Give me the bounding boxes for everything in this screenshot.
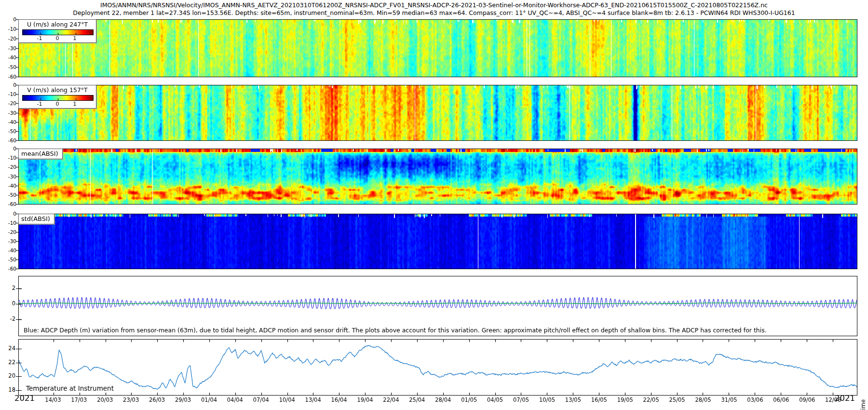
- u-colorbar: [22, 29, 94, 35]
- depth-tick-label: 0: [0, 16, 16, 22]
- depth-tick-label: -30: [0, 45, 16, 51]
- absi-mean-heatmap: [19, 149, 857, 204]
- depth-tick-mark: [16, 131, 18, 132]
- v-colorbar-tick-neg1: -1: [37, 101, 42, 107]
- depth-tick-mark: [16, 269, 18, 269]
- depth-tick-label: -30: [0, 238, 16, 244]
- u-colorbar-tick-0: 0: [56, 35, 59, 41]
- temperature-lineplot: [19, 340, 857, 395]
- depth-tick-mark: [16, 48, 18, 49]
- depth-tick-label: -20: [0, 164, 16, 170]
- depth-tick-mark: [16, 140, 18, 141]
- v-velocity-heatmap: [19, 85, 857, 140]
- depth-tick-label: -10: [0, 91, 16, 97]
- u-colorbar-tick-neg1: -1: [37, 35, 42, 41]
- depth-variation-ytick-mark: [16, 288, 18, 289]
- panel-adcp-depth-variation: Blue: ADCP Depth (m) variation from sens…: [18, 276, 857, 336]
- absi-std-heatmap: [19, 214, 857, 269]
- plot-subtitle-deployment-info: Deployment 22, member 1 lat=27.34S lon=1…: [0, 9, 868, 16]
- depth-tick-label: -20: [0, 100, 16, 106]
- temp-ytick-label: 22: [0, 359, 15, 366]
- depth-tick-mark: [16, 122, 18, 123]
- panel-temperature: Temperature at Instrument: [18, 339, 857, 396]
- temp-ytick-label: 18: [0, 387, 15, 393]
- absi-mean-label: mean(ABSI): [18, 149, 63, 159]
- depth-tick-mark: [16, 177, 18, 177]
- temp-ytick-mark: [16, 390, 18, 391]
- depth-tick-mark: [16, 57, 18, 58]
- depth-tick-label: -20: [0, 36, 16, 41]
- panel-u-velocity: U (m/s) along 247°T -1 0 1: [18, 19, 857, 77]
- plot-title-filename: IMOS/ANMN/NRS/NRSNSI/Velocity/IMOS_ANMN-…: [0, 1, 868, 9]
- v-legend-title: V (m/s) along 157°T: [19, 85, 96, 94]
- depth-tick-label: -50: [0, 128, 16, 134]
- panel-v-velocity: V (m/s) along 157°T -1 0 1: [18, 85, 857, 141]
- temperature-label: Temperature at Instrument: [26, 384, 114, 392]
- u-legend-title: U (m/s) along 247°T: [19, 20, 96, 28]
- depth-tick-mark: [16, 241, 18, 242]
- adcp-diagnostic-plot-page: { "titles": { "line1": "IMOS/ANMN/NRS/NR…: [0, 0, 868, 410]
- temp-ytick-mark: [16, 363, 18, 363]
- depth-tick-label: -50: [0, 192, 16, 198]
- depth-tick-mark: [16, 186, 18, 186]
- depth-tick-label: -30: [0, 110, 16, 116]
- depth-tick-mark: [16, 204, 18, 205]
- depth-tick-label: -40: [0, 247, 16, 253]
- u-velocity-heatmap: [19, 20, 857, 77]
- temp-ytick-label: 20: [0, 373, 15, 379]
- depth-variation-annotation: Blue: ADCP Depth (m) variation from sens…: [24, 327, 767, 334]
- depth-tick-label: 0: [0, 211, 16, 217]
- depth-tick-label: -60: [0, 74, 16, 80]
- v-colorbar-tick-0: 0: [56, 101, 59, 107]
- depth-tick-label: -40: [0, 183, 16, 189]
- depth-tick-label: -60: [0, 266, 16, 272]
- depth-tick-mark: [16, 260, 18, 260]
- panel-absi-std: std(ABSI): [18, 214, 857, 269]
- depth-tick-label: -30: [0, 174, 16, 179]
- depth-tick-label: -10: [0, 155, 16, 161]
- depth-tick-label: -60: [0, 137, 16, 143]
- depth-tick-mark: [16, 113, 18, 113]
- u-colorbar-legend: U (m/s) along 247°T -1 0 1: [18, 19, 96, 43]
- depth-tick-label: -10: [0, 26, 16, 32]
- temp-ytick-mark: [16, 349, 18, 349]
- date-tick-label: 12/06: [818, 396, 849, 403]
- v-colorbar-tick-pos1: 1: [73, 101, 77, 107]
- depth-tick-mark: [16, 67, 18, 68]
- depth-tick-mark: [16, 167, 18, 167]
- depth-tick-label: -10: [0, 220, 16, 226]
- panel-absi-mean: mean(ABSI): [18, 149, 857, 205]
- depth-tick-label: -60: [0, 201, 16, 207]
- depth-variation-ytick-mark: [16, 319, 18, 320]
- v-colorbar: [22, 95, 94, 101]
- xaxis-year-start: 2021: [14, 394, 35, 403]
- depth-tick-mark: [16, 77, 18, 77]
- depth-tick-label: 0: [0, 82, 16, 88]
- depth-tick-label: -50: [0, 64, 16, 70]
- depth-variation-ytick-label: -2: [0, 316, 15, 322]
- depth-tick-mark: [16, 195, 18, 195]
- u-colorbar-tick-pos1: 1: [73, 35, 77, 41]
- imos-copyright-watermark: © IMOS 21-Dec-2024 23:39:16 Hobart time: [860, 399, 867, 410]
- v-colorbar-legend: V (m/s) along 157°T -1 0 1: [18, 85, 96, 109]
- depth-tick-label: -40: [0, 119, 16, 125]
- depth-tick-label: 0: [0, 146, 16, 151]
- depth-tick-label: -20: [0, 229, 16, 235]
- depth-tick-label: -40: [0, 55, 16, 60]
- absi-std-label: std(ABSI): [18, 214, 54, 224]
- depth-tick-mark: [16, 232, 18, 232]
- depth-variation-ytick-label: 0: [0, 301, 15, 307]
- depth-variation-ytick-mark: [16, 304, 18, 304]
- depth-variation-ytick-label: 2: [0, 285, 15, 291]
- temp-ytick-mark: [16, 376, 18, 377]
- depth-tick-label: -50: [0, 257, 16, 262]
- temp-ytick-label: 24: [0, 345, 15, 352]
- depth-tick-mark: [16, 250, 18, 251]
